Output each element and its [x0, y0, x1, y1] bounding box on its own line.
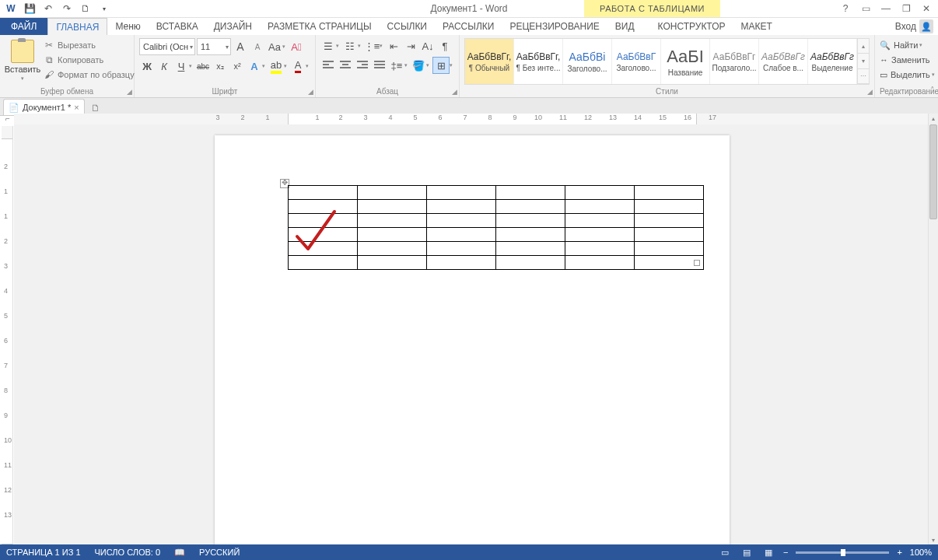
- tab-page-layout[interactable]: РАЗМЕТКА СТРАНИЦЫ: [260, 18, 380, 35]
- align-left-icon[interactable]: [320, 58, 336, 73]
- font-color-icon[interactable]: A: [290, 58, 306, 74]
- align-right-icon[interactable]: [355, 58, 370, 73]
- status-language[interactable]: РУССКИЙ: [199, 548, 240, 557]
- justify-icon[interactable]: [372, 58, 387, 73]
- clipboard-launcher-icon[interactable]: ◢: [127, 88, 132, 96]
- vertical-scrollbar[interactable]: ▴ ▾: [928, 114, 938, 544]
- help-icon[interactable]: ?: [837, 2, 854, 16]
- style-title[interactable]: АаБІ Название: [661, 39, 710, 84]
- shrink-font-icon[interactable]: A: [250, 39, 265, 54]
- styles-launcher-icon[interactable]: ◢: [867, 88, 873, 96]
- cut-button[interactable]: ✂Вырезать: [44, 38, 135, 52]
- tab-references[interactable]: ССЫЛКИ: [380, 18, 435, 35]
- web-layout-icon[interactable]: ▦: [761, 547, 775, 558]
- tab-home[interactable]: ГЛАВНАЯ: [47, 18, 107, 35]
- status-page[interactable]: СТРАНИЦА 1 ИЗ 1: [6, 548, 81, 557]
- change-case-icon[interactable]: Aa: [267, 39, 282, 54]
- bullets-icon[interactable]: ☰: [320, 38, 336, 54]
- tab-mailings[interactable]: РАССЫЛКИ: [435, 18, 502, 35]
- tab-file[interactable]: ФАЙЛ: [0, 18, 47, 35]
- font-launcher-icon[interactable]: ◢: [308, 88, 313, 96]
- word-app-icon[interactable]: W: [3, 1, 19, 16]
- tab-review[interactable]: РЕЦЕНЗИРОВАНИЕ: [502, 18, 607, 35]
- paragraph-launcher-icon[interactable]: ◢: [452, 88, 457, 96]
- shading-icon[interactable]: 🪣: [411, 58, 426, 73]
- table-row[interactable]: [289, 186, 704, 200]
- status-word-count[interactable]: ЧИСЛО СЛОВ: 0: [95, 548, 161, 557]
- table-row[interactable]: [289, 214, 704, 228]
- borders-icon[interactable]: ⊞: [432, 57, 450, 74]
- table-row[interactable]: [289, 256, 704, 270]
- find-button[interactable]: 🔍Найти ▾: [880, 38, 938, 52]
- table-row[interactable]: [289, 242, 704, 256]
- style-no-spacing[interactable]: АаБбВвГг, ¶ Без инте...: [514, 39, 563, 84]
- zoom-in-icon[interactable]: +: [897, 548, 901, 557]
- italic-button[interactable]: К: [156, 58, 172, 74]
- document-table[interactable]: [288, 185, 704, 270]
- tab-table-design[interactable]: КОНСТРУКТОР: [650, 18, 733, 35]
- numbering-icon[interactable]: ☷: [342, 38, 358, 54]
- font-size-combo[interactable]: 11▾: [197, 38, 231, 55]
- style-heading2[interactable]: АаБбВвГ Заголово...: [612, 39, 661, 84]
- minimize-icon[interactable]: —: [877, 2, 894, 16]
- grow-font-icon[interactable]: A: [233, 39, 248, 54]
- zoom-level[interactable]: 100%: [910, 548, 932, 557]
- subscript-button[interactable]: x₂: [212, 58, 228, 74]
- underline-button[interactable]: Ч: [173, 58, 189, 74]
- table-resize-handle-icon[interactable]: [694, 260, 700, 266]
- scroll-down-icon[interactable]: ▾: [929, 535, 938, 544]
- line-spacing-icon[interactable]: ‡≡: [389, 58, 404, 73]
- style-subtitle[interactable]: АаБбВвГг Подзаголо...: [710, 39, 759, 84]
- bold-button[interactable]: Ж: [139, 58, 155, 74]
- close-icon[interactable]: ✕: [918, 2, 935, 16]
- style-subtle-emphasis[interactable]: АаБбВвГг Слабое в...: [759, 39, 808, 84]
- decrease-indent-icon[interactable]: ⇤: [386, 38, 401, 54]
- tab-selector-icon[interactable]: ⌐: [3, 114, 12, 123]
- styles-row-down-icon[interactable]: ▾: [858, 54, 869, 68]
- clear-formatting-icon[interactable]: Aͬ: [289, 39, 304, 54]
- select-button[interactable]: ▭Выделить ▾: [880, 68, 938, 82]
- document-tab-1[interactable]: 📄 Документ1 * ×: [3, 99, 85, 115]
- page[interactable]: ✥: [215, 135, 730, 544]
- tab-view[interactable]: ВИД: [607, 18, 642, 35]
- styles-row-up-icon[interactable]: ▴: [858, 39, 869, 54]
- user-avatar-icon[interactable]: 👤: [919, 19, 933, 33]
- zoom-out-icon[interactable]: −: [783, 548, 788, 557]
- style-heading1[interactable]: АаБбВі Заголово...: [563, 39, 612, 84]
- restore-icon[interactable]: ❐: [898, 2, 915, 16]
- save-icon[interactable]: 💾: [22, 1, 37, 16]
- print-layout-icon[interactable]: ▤: [740, 547, 754, 558]
- superscript-button[interactable]: x²: [229, 58, 245, 74]
- text-effects-icon[interactable]: A: [247, 58, 262, 74]
- multilevel-list-icon[interactable]: ⋮≡: [364, 38, 380, 54]
- read-mode-icon[interactable]: ▭: [718, 547, 732, 558]
- collapse-ribbon-icon[interactable]: ˄: [930, 86, 935, 96]
- qat-dropdown-icon[interactable]: ▾: [96, 1, 112, 16]
- style-normal[interactable]: АаБбВвГг, ¶ Обычный: [465, 39, 514, 84]
- tab-menu[interactable]: Меню: [107, 18, 148, 35]
- scroll-up-icon[interactable]: ▴: [929, 114, 938, 123]
- table-row[interactable]: [289, 228, 704, 242]
- new-doc-icon[interactable]: 🗋: [78, 1, 93, 16]
- tab-design[interactable]: ДИЗАЙН: [206, 18, 260, 35]
- styles-expand[interactable]: ▴ ▾ ⋯: [857, 39, 869, 84]
- align-center-icon[interactable]: [338, 58, 353, 73]
- copy-button[interactable]: ⧉Копировать: [44, 53, 135, 67]
- strikethrough-button[interactable]: abc: [195, 58, 211, 74]
- vertical-ruler[interactable]: 2112345678910111213: [2, 126, 13, 544]
- styles-more-icon[interactable]: ⋯: [858, 69, 869, 84]
- sort-icon[interactable]: A↓: [420, 38, 436, 54]
- horizontal-ruler[interactable]: 3211234567891011121314151617: [14, 114, 929, 125]
- zoom-slider[interactable]: [796, 551, 889, 554]
- highlight-color-icon[interactable]: ab: [268, 58, 284, 74]
- tab-table-layout[interactable]: МАКЕТ: [733, 18, 780, 35]
- replace-button[interactable]: ↔Заменить: [880, 53, 938, 67]
- style-emphasis[interactable]: АаБбВвГг Выделение: [808, 39, 857, 84]
- redo-icon[interactable]: ↷: [59, 1, 75, 16]
- format-painter-button[interactable]: 🖌Формат по образцу: [44, 68, 135, 82]
- show-marks-icon[interactable]: ¶: [437, 38, 453, 54]
- signin-label[interactable]: Вход: [895, 21, 916, 32]
- styles-gallery[interactable]: АаБбВвГг, ¶ Обычный АаБбВвГг, ¶ Без инте…: [464, 38, 870, 85]
- table-row[interactable]: [289, 200, 704, 214]
- ribbon-display-options-icon[interactable]: ▭: [857, 2, 874, 16]
